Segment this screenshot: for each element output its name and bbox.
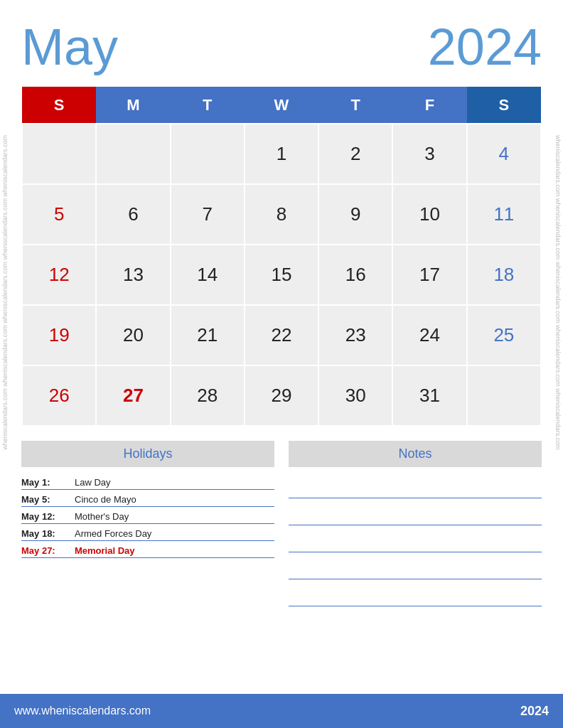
notes-section: Notes — [289, 441, 542, 687]
col-header-wednesday: W — [245, 87, 318, 124]
holiday-name-3: Mother's Day — [75, 511, 129, 522]
day-29: 29 — [245, 365, 318, 426]
day-11: 11 — [467, 184, 541, 245]
holiday-date-3: May 12: — [21, 511, 68, 522]
col-header-tuesday: T — [171, 87, 245, 124]
day-22: 22 — [245, 305, 318, 365]
day-19: 19 — [22, 305, 96, 365]
day-17: 17 — [392, 245, 466, 305]
day-empty — [96, 124, 170, 184]
day-23: 23 — [318, 305, 392, 365]
month-title: May — [21, 21, 118, 73]
holiday-date-2: May 5: — [21, 494, 68, 505]
day-10: 10 — [392, 184, 466, 245]
holiday-item-2: May 5: Cinco de Mayo — [21, 490, 274, 507]
holiday-item-1: May 1: Law Day — [21, 473, 274, 490]
note-line-3[interactable] — [289, 527, 542, 552]
day-13: 13 — [96, 245, 170, 305]
note-line-2[interactable] — [289, 500, 542, 525]
holidays-section: Holidays May 1: Law Day May 5: Cinco de … — [21, 441, 274, 687]
day-9: 9 — [318, 184, 392, 245]
day-15: 15 — [245, 245, 318, 305]
bottom-sections: Holidays May 1: Law Day May 5: Cinco de … — [21, 441, 542, 687]
day-4: 4 — [467, 124, 541, 184]
day-27: 27 — [96, 365, 170, 426]
day-25: 25 — [467, 305, 541, 365]
day-18: 18 — [467, 245, 541, 305]
watermark-left: wheniscalendars.com wheniscalendars.com … — [1, 135, 21, 450]
day-14: 14 — [171, 245, 245, 305]
day-2: 2 — [318, 124, 392, 184]
calendar-week-2: 5 6 7 8 9 10 11 — [22, 184, 541, 245]
day-21: 21 — [171, 305, 245, 365]
calendar-week-3: 12 13 14 15 16 17 18 — [22, 245, 541, 305]
day-30: 30 — [318, 365, 392, 426]
holiday-item-4: May 18: Armed Forces Day — [21, 524, 274, 541]
day-7: 7 — [171, 184, 245, 245]
calendar-page: May 2024 wheniscalendars.com wheniscalen… — [0, 0, 563, 728]
col-header-sunday: S — [22, 87, 96, 124]
footer-url: www.wheniscalendars.com — [14, 705, 151, 717]
note-line-1[interactable] — [289, 473, 542, 498]
holiday-name-1: Law Day — [75, 477, 111, 488]
note-line-4[interactable] — [289, 554, 542, 579]
day-6: 6 — [96, 184, 170, 245]
col-header-monday: M — [96, 87, 170, 124]
col-header-saturday: S — [467, 87, 541, 124]
holiday-name-4: Armed Forces Day — [75, 528, 151, 539]
holiday-date-4: May 18: — [21, 528, 68, 539]
calendar-week-1: 1 2 3 4 — [22, 124, 541, 184]
holiday-name-5: Memorial Day — [75, 545, 135, 556]
day-8: 8 — [245, 184, 318, 245]
header: May 2024 — [21, 21, 542, 73]
day-empty — [22, 124, 96, 184]
holidays-title: Holidays — [21, 441, 274, 467]
calendar-week-5: 26 27 28 29 30 31 — [22, 365, 541, 426]
day-12: 12 — [22, 245, 96, 305]
year-title: 2024 — [428, 21, 542, 73]
day-5: 5 — [22, 184, 96, 245]
col-header-thursday: T — [318, 87, 392, 124]
day-28: 28 — [171, 365, 245, 426]
holiday-date-5: May 27: — [21, 545, 68, 556]
day-empty — [467, 365, 541, 426]
note-line-5[interactable] — [289, 581, 542, 606]
day-1: 1 — [245, 124, 318, 184]
footer: www.wheniscalendars.com 2024 — [0, 694, 563, 728]
calendar-grid: S M T W T F S 1 2 3 4 5 6 — [21, 87, 542, 427]
day-24: 24 — [392, 305, 466, 365]
day-26: 26 — [22, 365, 96, 426]
calendar-week-4: 19 20 21 22 23 24 25 — [22, 305, 541, 365]
col-header-friday: F — [392, 87, 466, 124]
notes-title: Notes — [289, 441, 542, 467]
holiday-name-2: Cinco de Mayo — [75, 494, 136, 505]
day-31: 31 — [392, 365, 466, 426]
holiday-item-5: May 27: Memorial Day — [21, 541, 274, 558]
footer-year: 2024 — [520, 704, 549, 719]
holiday-date-1: May 1: — [21, 477, 68, 488]
holiday-item-3: May 12: Mother's Day — [21, 507, 274, 524]
day-16: 16 — [318, 245, 392, 305]
watermark-right: wheniscalendars.com wheniscalendars.com … — [542, 135, 562, 450]
day-20: 20 — [96, 305, 170, 365]
day-3: 3 — [392, 124, 466, 184]
day-empty — [171, 124, 245, 184]
